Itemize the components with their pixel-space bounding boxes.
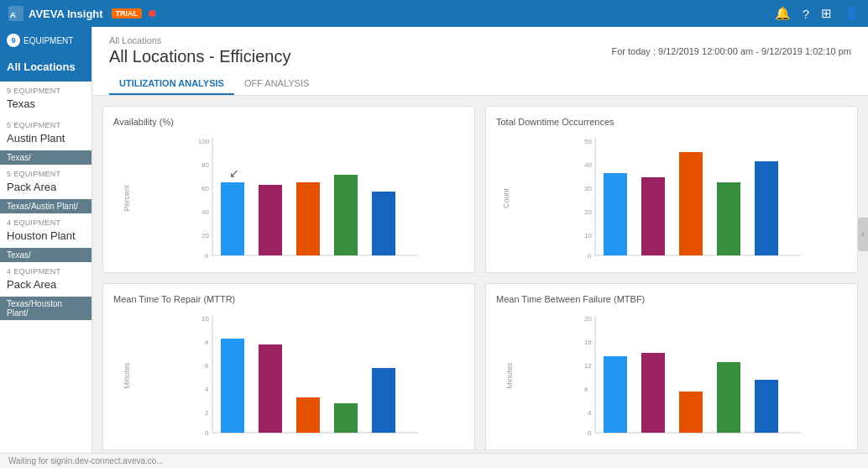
sidebar-item-texas[interactable]: Texas	[7, 95, 85, 114]
content-header: All Locations All Locations - Efficiency…	[92, 27, 868, 96]
bar-downtime-1	[604, 173, 627, 255]
main-layout: 9 EQUIPMENT All Locations 9 EQUIPMENT Te…	[0, 27, 868, 468]
bar-availability-3	[296, 182, 320, 255]
status-bar: Waiting for signin.dev-connect.aveva.co.…	[0, 453, 868, 468]
mtbf-chart-svg: 20 16 12 8 4 0	[520, 311, 847, 437]
trial-dot	[149, 10, 155, 17]
account-icon[interactable]: 👤	[844, 6, 860, 21]
sidebar-count-badge: 9	[7, 34, 20, 47]
svg-text:30: 30	[584, 185, 592, 192]
sidebar-section-texas: 9 EQUIPMENT Texas	[0, 82, 92, 116]
bell-icon[interactable]: 🔔	[775, 6, 791, 21]
right-panel-handle[interactable]: ›	[858, 218, 868, 251]
charts-grid: Availability (%) Percent 100 80 60 40 20…	[102, 106, 858, 450]
svg-text:20: 20	[584, 315, 592, 323]
sidebar-section-houston: 4 EQUIPMENT Houston Plant	[0, 213, 92, 248]
header-row: All Locations All Locations - Efficiency…	[109, 35, 851, 66]
sidebar-item-austin-plant[interactable]: Austin Plant	[7, 129, 85, 149]
svg-text:20: 20	[584, 208, 592, 216]
bar-availability-2	[259, 185, 282, 255]
svg-text:8: 8	[584, 386, 588, 393]
svg-text:0: 0	[588, 429, 592, 437]
bar-downtime-4	[717, 182, 740, 255]
bar-downtime-5	[755, 161, 778, 255]
apps-grid-icon[interactable]: ⊞	[821, 6, 832, 21]
bar-downtime-2	[641, 177, 665, 255]
bar-mttr-1	[221, 339, 244, 433]
availability-y-label: Percent	[123, 185, 131, 211]
sidebar-tag-2[interactable]: Texas/	[0, 150, 92, 165]
downtime-y-label: Count	[502, 187, 510, 208]
svg-text:10: 10	[584, 232, 592, 239]
svg-text:40: 40	[584, 161, 592, 169]
sidebar-item-pack-houston[interactable]: Pack Area	[7, 276, 85, 295]
mtbf-chart-title: Mean Time Between Failure (MTBF)	[496, 294, 847, 304]
app-name: AVEVA Insight	[29, 8, 103, 20]
mttr-y-label: Minutes	[123, 362, 131, 389]
sidebar-header: 9 EQUIPMENT	[0, 27, 92, 52]
breadcrumb: All Locations	[109, 35, 290, 45]
svg-text:80: 80	[201, 161, 209, 169]
bar-mttr-2	[259, 344, 282, 433]
app-logo: A AVEVA Insight TRIAL	[8, 6, 155, 21]
sidebar-tag-5[interactable]: Texas/Houston Plant/	[0, 297, 92, 320]
svg-text:12: 12	[584, 362, 592, 370]
sidebar-all-locations[interactable]: All Locations	[0, 52, 92, 82]
svg-text:0: 0	[205, 429, 209, 437]
tab-utilization[interactable]: UTILIZATION ANALYSIS	[109, 73, 234, 95]
bar-availability-5	[372, 192, 395, 255]
sidebar-tag-3[interactable]: Texas/Austin Plant/	[0, 199, 92, 213]
svg-text:40: 40	[201, 208, 209, 216]
mttr-chart-card: Mean Time To Repair (MTTR) Minutes 10 8 …	[102, 283, 475, 450]
sidebar-item-pack-austin[interactable]: Pack Area	[7, 178, 85, 197]
svg-text:60: 60	[201, 185, 209, 192]
sidebar-section-austin: 5 EQUIPMENT Austin Plant	[0, 116, 92, 150]
bar-mttr-3	[296, 397, 320, 433]
main-content: All Locations All Locations - Efficiency…	[92, 27, 868, 468]
availability-chart-title: Availability (%)	[113, 117, 464, 127]
svg-text:A: A	[10, 10, 16, 19]
svg-text:8: 8	[205, 339, 209, 346]
sidebar-tag-4[interactable]: Texas/	[0, 248, 92, 262]
help-icon[interactable]: ?	[803, 7, 809, 21]
bar-mtbf-3	[679, 392, 703, 433]
eq-label-5: 4 EQUIPMENT	[7, 267, 85, 276]
sidebar-header-label: EQUIPMENT	[24, 36, 73, 45]
bar-mtbf-4	[717, 362, 740, 433]
sidebar-item-houston-plant[interactable]: Houston Plant	[7, 227, 85, 246]
svg-text:4: 4	[588, 409, 592, 417]
mttr-chart-svg: 10 8 6 4 2 0	[137, 311, 464, 437]
tab-off-analysis[interactable]: OFF ANALYSIS	[234, 73, 319, 95]
page-title: All Locations - Efficiency	[109, 47, 290, 66]
bar-mtbf-5	[755, 380, 778, 433]
bar-availability-1	[221, 182, 244, 255]
bar-mtbf-1	[604, 356, 627, 433]
svg-text:↙: ↙	[229, 166, 239, 180]
svg-text:20: 20	[201, 232, 209, 239]
downtime-chart-svg: 50 40 30 20 10 0	[520, 134, 847, 260]
svg-text:2: 2	[205, 409, 209, 417]
availability-chart-svg: 100 80 60 40 20 0	[137, 134, 464, 260]
mtbf-y-label: Minutes	[505, 362, 514, 389]
svg-text:10: 10	[201, 315, 209, 323]
sidebar-section-pack-austin: 5 EQUIPMENT Pack Area	[0, 165, 92, 199]
eq-label-4: 4 EQUIPMENT	[7, 218, 85, 227]
bar-mtbf-2	[641, 353, 665, 433]
topnav-actions: 🔔 ? ⊞ 👤	[775, 6, 860, 21]
availability-chart-card: Availability (%) Percent 100 80 60 40 20…	[102, 106, 475, 273]
bar-mttr-5	[372, 368, 395, 433]
bar-mttr-4	[334, 403, 358, 433]
eq-label-2: 5 EQUIPMENT	[7, 121, 85, 129]
eq-label-1: 9 EQUIPMENT	[7, 87, 85, 95]
sidebar: 9 EQUIPMENT All Locations 9 EQUIPMENT Te…	[0, 27, 92, 468]
charts-area: Availability (%) Percent 100 80 60 40 20…	[92, 96, 868, 460]
svg-text:50: 50	[584, 138, 592, 145]
sidebar-section-pack-houston: 4 EQUIPMENT Pack Area	[0, 262, 92, 297]
mttr-chart-title: Mean Time To Repair (MTTR)	[113, 294, 464, 304]
bar-downtime-3	[679, 152, 703, 255]
svg-text:100: 100	[198, 138, 210, 145]
downtime-chart-card: Total Downtime Occurrences Count 50 40 3…	[485, 106, 858, 273]
eq-label-3: 5 EQUIPMENT	[7, 170, 85, 178]
svg-text:0: 0	[588, 252, 592, 260]
status-text: Waiting for signin.dev-connect.aveva.co.…	[8, 456, 164, 465]
